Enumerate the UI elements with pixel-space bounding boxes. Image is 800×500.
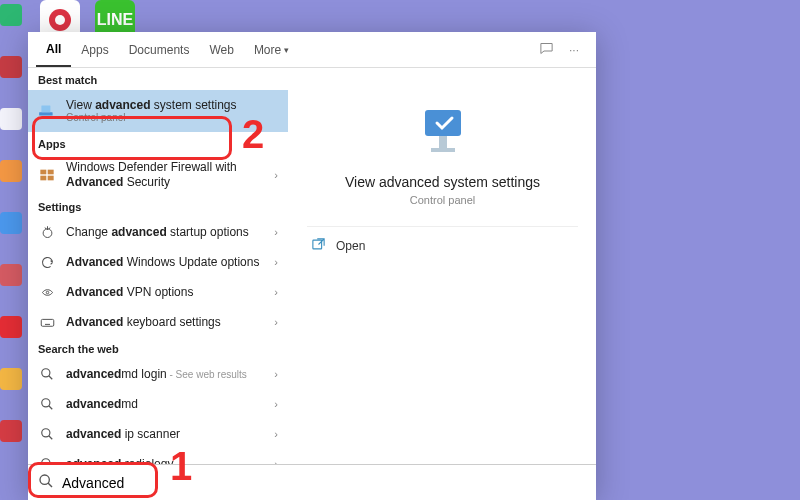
control-panel-icon [38, 102, 56, 120]
more-options-icon[interactable]: ··· [560, 43, 588, 57]
results-list: Best match View advanced system settings… [28, 68, 288, 464]
search-icon [38, 425, 56, 443]
tab-more[interactable]: More ▾ [244, 32, 299, 67]
result-label: Advanced VPN options [66, 285, 264, 299]
search-icon [38, 455, 56, 464]
preview-icon [411, 106, 475, 162]
result-web[interactable]: advancedmd login - See web results › [28, 359, 288, 389]
preview-subtitle: Control panel [410, 194, 475, 206]
result-app-firewall[interactable]: Windows Defender Firewall with Advanced … [28, 154, 288, 195]
result-best-match[interactable]: View advanced system settings Control pa… [28, 90, 288, 132]
result-label: View advanced system settings Control pa… [66, 98, 278, 124]
section-apps: Apps [28, 132, 288, 154]
result-web[interactable]: advancedmd › [28, 389, 288, 419]
result-label: Windows Defender Firewall with Advanced … [66, 160, 264, 189]
desktop-icon[interactable] [0, 4, 22, 26]
firewall-icon [38, 166, 56, 184]
svg-rect-18 [313, 240, 322, 249]
svg-rect-3 [41, 106, 50, 113]
result-label: advancedmd login - See web results [66, 367, 264, 381]
svg-rect-7 [48, 175, 54, 180]
preview-title: View advanced system settings [345, 174, 540, 190]
tab-documents[interactable]: Documents [119, 32, 200, 67]
svg-rect-2 [39, 112, 53, 115]
svg-point-9 [46, 291, 49, 294]
svg-point-13 [42, 429, 50, 437]
search-icon [38, 473, 54, 493]
chevron-right-icon: › [274, 368, 278, 380]
result-label: Advanced Windows Update options [66, 255, 264, 269]
open-icon [311, 237, 326, 255]
result-setting-update[interactable]: Advanced Windows Update options › [28, 247, 288, 277]
feedback-icon[interactable] [532, 41, 560, 59]
result-label: advancedmd [66, 397, 264, 411]
search-input[interactable] [62, 475, 586, 491]
desktop-icon[interactable] [0, 264, 22, 286]
search-icon [38, 395, 56, 413]
desktop-icon[interactable] [0, 316, 22, 338]
search-bar[interactable] [28, 464, 596, 500]
chevron-right-icon: › [274, 169, 278, 181]
svg-rect-10 [41, 319, 54, 326]
result-web[interactable]: advanced radiology › [28, 449, 288, 464]
search-icon [38, 365, 56, 383]
chevron-right-icon: › [274, 428, 278, 440]
chevron-right-icon: › [274, 226, 278, 238]
vpn-icon [38, 283, 56, 301]
preview-open-label: Open [336, 239, 365, 253]
sync-icon [38, 253, 56, 271]
chevron-right-icon: › [274, 286, 278, 298]
section-best-match: Best match [28, 68, 288, 90]
result-label: Advanced keyboard settings [66, 315, 264, 329]
desktop-icon-column [0, 0, 28, 500]
svg-point-1 [55, 15, 65, 25]
result-label: Change advanced startup options [66, 225, 264, 239]
result-label: advanced radiology [66, 457, 264, 464]
svg-rect-17 [439, 136, 447, 148]
tab-apps[interactable]: Apps [71, 32, 118, 67]
search-tabbar: All Apps Documents Web More ▾ ··· [28, 32, 596, 68]
result-setting-keyboard[interactable]: Advanced keyboard settings › [28, 307, 288, 337]
desktop-icon[interactable] [0, 420, 22, 442]
svg-rect-15 [425, 110, 461, 136]
chevron-right-icon: › [274, 256, 278, 268]
tab-all[interactable]: All [36, 32, 71, 67]
desktop-icon[interactable] [0, 368, 22, 390]
chevron-right-icon: › [274, 316, 278, 328]
svg-rect-6 [40, 175, 46, 180]
result-label: advanced ip scanner [66, 427, 264, 441]
desktop-icon[interactable] [0, 212, 22, 234]
section-settings: Settings [28, 195, 288, 217]
result-setting-startup[interactable]: Change advanced startup options › [28, 217, 288, 247]
desktop-icon[interactable] [0, 108, 22, 130]
svg-point-19 [40, 475, 49, 484]
svg-rect-4 [40, 169, 46, 174]
keyboard-icon [38, 313, 56, 331]
svg-point-8 [43, 228, 52, 237]
result-setting-vpn[interactable]: Advanced VPN options › [28, 277, 288, 307]
chevron-down-icon: ▾ [284, 45, 289, 55]
svg-point-11 [42, 369, 50, 377]
tab-web[interactable]: Web [199, 32, 243, 67]
start-search-panel: All Apps Documents Web More ▾ ··· Best m… [28, 32, 596, 500]
svg-rect-16 [431, 148, 455, 152]
startup-icon [38, 223, 56, 241]
svg-point-12 [42, 399, 50, 407]
chevron-right-icon: › [274, 398, 278, 410]
preview-open-action[interactable]: Open [307, 227, 578, 265]
desktop-icon[interactable] [0, 56, 22, 78]
preview-pane: View advanced system settings Control pa… [288, 68, 596, 464]
desktop-icon[interactable] [0, 160, 22, 182]
result-web[interactable]: advanced ip scanner › [28, 419, 288, 449]
svg-rect-5 [48, 169, 54, 174]
section-web: Search the web [28, 337, 288, 359]
